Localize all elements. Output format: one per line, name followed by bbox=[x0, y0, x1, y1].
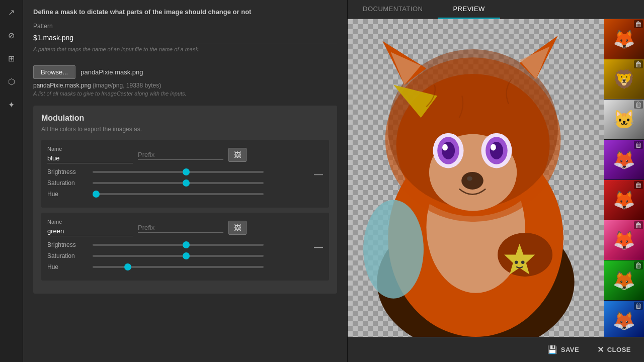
browse-filename: pandaPixie.mask.png bbox=[80, 68, 143, 76]
pattern-input[interactable] bbox=[33, 32, 337, 44]
main-content: Define a mask to dictate what parts of t… bbox=[23, 0, 347, 362]
hue-slider-blue[interactable] bbox=[93, 193, 264, 195]
thumb-delete-5[interactable]: 🗑 bbox=[634, 221, 643, 229]
brightness-label-blue: Brightness bbox=[47, 168, 88, 175]
thumbnails-panel: 🦊 🗑 🦁 🗑 🐱 🗑 🦊 🗑 🦊 🗑 🦊 🗑 bbox=[604, 19, 644, 337]
hue-slider-green[interactable] bbox=[93, 266, 264, 268]
name-input-green[interactable] bbox=[47, 226, 133, 236]
masks-hint: A list of all masks to give to ImageCast… bbox=[33, 90, 337, 97]
thumbnail-item-1[interactable]: 🦁 🗑 bbox=[604, 59, 644, 100]
svg-point-26 bbox=[363, 200, 424, 299]
remove-green-button[interactable]: — bbox=[314, 242, 323, 251]
thumb-delete-4[interactable]: 🗑 bbox=[634, 181, 643, 189]
file-info: pandaPixie.mask.png (image/png, 19338 by… bbox=[33, 82, 337, 89]
name-label-blue: Name bbox=[47, 146, 133, 152]
thumbnail-item-7[interactable]: 🦊 🗑 bbox=[604, 301, 644, 337]
brightness-row-blue: Brightness bbox=[47, 168, 323, 175]
brightness-slider-blue[interactable] bbox=[93, 171, 264, 173]
tab-documentation[interactable]: DOCUMENTATION bbox=[348, 0, 438, 19]
svg-point-10 bbox=[442, 144, 448, 150]
svg-point-15 bbox=[461, 172, 484, 190]
browse-button[interactable]: Browse... bbox=[33, 65, 75, 79]
tabs: DOCUMENTATION PREVIEW bbox=[348, 0, 644, 19]
saturation-slider-green[interactable] bbox=[93, 255, 264, 257]
browse-row: Browse... pandaPixie.mask.png bbox=[33, 65, 337, 79]
saturation-row-green: Saturation bbox=[47, 252, 323, 259]
image-button-blue[interactable]: 🖼 bbox=[228, 148, 247, 162]
close-button[interactable]: ✕ CLOSE bbox=[592, 342, 636, 357]
saturation-label-blue: Saturation bbox=[47, 179, 88, 187]
saturation-slider-blue[interactable] bbox=[93, 182, 264, 184]
file-info-name: pandaPixie.mask.png bbox=[33, 82, 91, 89]
thumb-delete-1[interactable]: 🗑 bbox=[634, 60, 643, 68]
save-label: SAVE bbox=[561, 346, 579, 353]
thumbnail-item-6[interactable]: 🦊 🗑 bbox=[604, 260, 644, 301]
pattern-hint: A pattern that maps the name of an input… bbox=[33, 46, 337, 52]
modulation-title: Modulation bbox=[41, 114, 329, 123]
close-label: CLOSE bbox=[607, 346, 631, 353]
remove-blue-button[interactable]: — bbox=[314, 169, 323, 178]
hue-label-green: Hue bbox=[47, 263, 88, 270]
right-panel: DOCUMENTATION PREVIEW bbox=[347, 0, 644, 362]
svg-point-25 bbox=[521, 261, 525, 264]
save-button[interactable]: 💾 SAVE bbox=[542, 342, 584, 357]
saturation-row-blue: Saturation bbox=[47, 179, 323, 187]
svg-point-16 bbox=[467, 176, 472, 181]
name-row-blue: Name 🖼 bbox=[47, 146, 323, 163]
page-description: Define a mask to dictate what parts of t… bbox=[33, 8, 337, 16]
main-preview bbox=[348, 19, 604, 337]
name-input-blue[interactable] bbox=[47, 153, 133, 163]
prefix-input-green[interactable] bbox=[138, 223, 223, 233]
thumb-delete-7[interactable]: 🗑 bbox=[634, 302, 643, 310]
thumb-delete-3[interactable]: 🗑 bbox=[634, 141, 643, 149]
layers-icon[interactable]: ⬡ bbox=[5, 74, 19, 88]
modulation-panel: Modulation All the colors to export the … bbox=[33, 106, 337, 294]
prefix-input-blue[interactable] bbox=[138, 150, 223, 160]
block-icon[interactable]: ⊘ bbox=[5, 28, 19, 42]
close-icon: ✕ bbox=[597, 345, 604, 354]
image-button-green[interactable]: 🖼 bbox=[228, 221, 247, 235]
brightness-label-green: Brightness bbox=[47, 241, 88, 248]
name-row-green: Name 🖼 bbox=[47, 219, 323, 236]
svg-point-14 bbox=[491, 144, 496, 150]
thumbnail-item-0[interactable]: 🦊 🗑 bbox=[604, 19, 644, 59]
fox-preview-svg bbox=[348, 19, 604, 337]
hue-row-green: Hue bbox=[47, 263, 323, 270]
export-icon[interactable]: ↗ bbox=[5, 5, 19, 19]
sidebar: ↗ ⊘ ⊞ ⬡ ✦ bbox=[0, 0, 23, 362]
tab-preview[interactable]: PREVIEW bbox=[438, 0, 500, 19]
thumb-delete-2[interactable]: 🗑 bbox=[634, 101, 643, 109]
crop-icon[interactable]: ⊞ bbox=[5, 51, 19, 65]
name-label-green: Name bbox=[47, 219, 133, 225]
modulation-subtitle: All the colors to export the images as. bbox=[41, 126, 329, 133]
color-entry-blue: Name 🖼 Brightness Saturation Hue — bbox=[41, 140, 329, 208]
svg-point-24 bbox=[515, 261, 518, 264]
hue-label-blue: Hue bbox=[47, 191, 88, 198]
thumbnail-item-5[interactable]: 🦊 🗑 bbox=[604, 220, 644, 260]
pattern-label: Pattern bbox=[33, 23, 337, 30]
hue-row-blue: Hue bbox=[47, 191, 323, 198]
preview-area: 🦊 🗑 🦁 🗑 🐱 🗑 🦊 🗑 🦊 🗑 🦊 🗑 bbox=[348, 19, 644, 337]
thumb-delete-6[interactable]: 🗑 bbox=[634, 261, 643, 269]
thumbnail-item-2[interactable]: 🐱 🗑 bbox=[604, 100, 644, 140]
pattern-section: Pattern A pattern that maps the name of … bbox=[33, 23, 337, 52]
brightness-row-green: Brightness bbox=[47, 241, 323, 248]
preview-image-container bbox=[348, 19, 604, 337]
bottom-bar: 💾 SAVE ✕ CLOSE bbox=[348, 337, 644, 362]
thumb-delete-0[interactable]: 🗑 bbox=[634, 20, 643, 28]
thumbnail-item-4[interactable]: 🦊 🗑 bbox=[604, 180, 644, 220]
color-entry-green: Name 🖼 Brightness Saturation Hue — bbox=[41, 213, 329, 281]
star-icon[interactable]: ✦ bbox=[5, 98, 19, 112]
thumbnail-item-3[interactable]: 🦊 🗑 bbox=[604, 140, 644, 180]
saturation-label-green: Saturation bbox=[47, 252, 88, 259]
save-icon: 💾 bbox=[547, 345, 558, 354]
brightness-slider-green[interactable] bbox=[93, 244, 264, 246]
file-info-details: (image/png, 19338 bytes) bbox=[93, 82, 161, 89]
